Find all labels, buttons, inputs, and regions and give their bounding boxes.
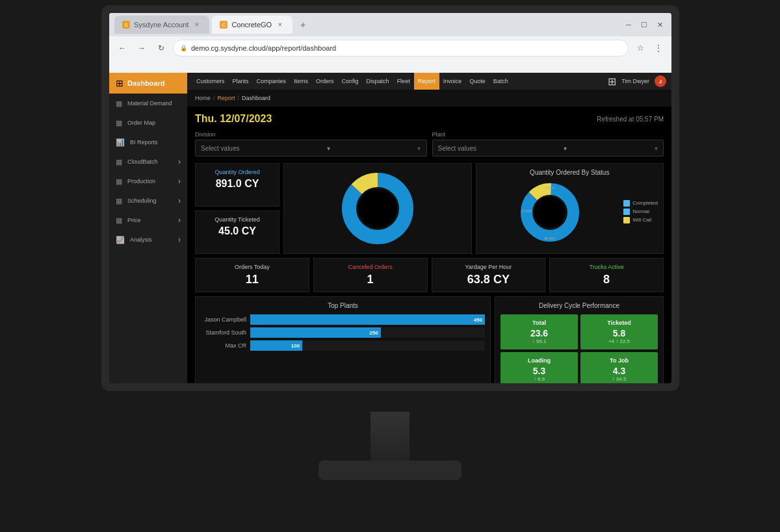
- stats-row2: Orders Today 11 Canceled Orders 1 Yardag…: [195, 258, 664, 292]
- plant-label: Plant: [432, 131, 664, 138]
- nav-item-quote[interactable]: Quote: [465, 73, 489, 90]
- production-icon: ▦: [116, 177, 122, 186]
- user-name-label: Tim Dwyer: [621, 78, 649, 84]
- refresh-button[interactable]: ↻: [153, 40, 169, 56]
- nav-item-batch[interactable]: Batch: [489, 73, 512, 90]
- stats-top-row: Quantity Ordered 891.0 CY Quantity Ticke…: [195, 163, 664, 254]
- nav-right: ⊞ Tim Dwyer J: [608, 75, 666, 88]
- tab-sysdyne[interactable]: S Sysdyne Account ✕: [114, 16, 209, 34]
- qty-ordered-value: 891.0 CY: [201, 178, 274, 190]
- sidebar-item-scheduling[interactable]: ▦ Scheduling: [109, 191, 187, 210]
- sidebar-item-material-demand-label: Material Demand: [127, 100, 172, 107]
- address-bar[interactable]: 🔒 demo.cg.sysdyne.cloud/app/report/dashb…: [173, 40, 629, 57]
- tab-sysdyne-close[interactable]: ✕: [192, 20, 202, 29]
- delivery-ticketed-sub: +4 ↑ 22.5: [586, 338, 653, 344]
- breadcrumb-report[interactable]: Report: [218, 95, 235, 101]
- qty-by-status-title: Quantity Ordered By Status: [482, 169, 658, 176]
- bar-label-jason: Jason Campbell: [201, 316, 246, 323]
- nav-item-customers[interactable]: Customers: [192, 73, 229, 90]
- legend-willcall-label: Will Call: [632, 217, 651, 223]
- bottom-row: Top Plants Jason Campbell 450: [195, 296, 664, 383]
- main-donut-svg: [339, 170, 417, 247]
- bar-fill-maxcr: 100: [250, 340, 302, 351]
- legend-completed: Completed: [623, 200, 658, 207]
- sidebar-item-bi-reports[interactable]: 📊 BI Reports: [109, 133, 187, 152]
- sidebar-item-price[interactable]: ▦ Price: [109, 210, 187, 230]
- nav-item-companies[interactable]: Companies: [253, 73, 291, 90]
- svg-text:0.15%: 0.15%: [545, 186, 555, 190]
- delivery-total-sub: ↑ 99.1: [506, 338, 573, 344]
- svg-text:13.43%: 13.43%: [521, 209, 532, 213]
- tab-concretego-label: ConcreteGO: [231, 21, 272, 29]
- status-donut-svg: 0.15% 86.42% 13.43%: [517, 180, 582, 245]
- delivery-cycle-title: Delivery Cycle Performance: [500, 302, 658, 309]
- delivery-loading-label: Loading: [506, 357, 573, 364]
- bar-value-maxcr: 100: [291, 343, 300, 349]
- sidebar-dashboard-header[interactable]: ⊞ Dashboard: [109, 73, 187, 94]
- minimize-button[interactable]: ─: [622, 18, 635, 31]
- sidebar-item-production[interactable]: ▦ Production: [109, 171, 187, 191]
- monitor-stand-neck: [370, 412, 410, 464]
- qty-cards: Quantity Ordered 891.0 CY Quantity Ticke…: [195, 163, 280, 254]
- delivery-cycle-card: Delivery Cycle Performance Total 23.6 ↑ …: [495, 296, 664, 383]
- sidebar-item-analysis[interactable]: 📈 Analysis: [109, 230, 187, 249]
- maximize-button[interactable]: ☐: [638, 18, 651, 31]
- nav-item-dispatch[interactable]: Dispatch: [363, 73, 393, 90]
- delivery-cycle-grid: Total 23.6 ↑ 99.1 Ticketed 5.8 +4 ↑ 22.5: [500, 314, 658, 383]
- bar-track-stamford: 250: [250, 327, 485, 338]
- plant-select[interactable]: Select values ▾: [432, 140, 664, 157]
- sidebar-item-material-demand[interactable]: ▦ Material Demand: [109, 94, 187, 113]
- status-legend: Completed Normal Will Call: [623, 200, 658, 225]
- sidebar-item-bi-reports-label: BI Reports: [130, 139, 158, 146]
- settings-button[interactable]: ⋮: [651, 40, 666, 56]
- delivery-tojob-sub: ↑ 34.5: [586, 376, 653, 382]
- orders-today-value: 11: [201, 273, 304, 286]
- browser-titlebar: S Sysdyne Account ✕ C ConcreteGO ✕ + ─ ☐…: [109, 13, 671, 36]
- apps-grid-icon[interactable]: ⊞: [608, 75, 616, 88]
- sidebar-item-price-label: Price: [127, 217, 141, 223]
- bar-row-maxcr: Max CR 100: [201, 340, 485, 351]
- division-label: Division: [195, 131, 427, 138]
- trucks-active-value: 8: [555, 273, 658, 286]
- bar-label-stamford: Stamford South: [201, 329, 246, 336]
- legend-completed-dot: [623, 200, 630, 207]
- bar-fill-stamford: 250: [250, 327, 381, 338]
- nav-item-orders[interactable]: Orders: [312, 73, 338, 90]
- legend-willcall-dot: [623, 217, 630, 223]
- top-plants-card: Top Plants Jason Campbell 450: [195, 296, 491, 383]
- sidebar-item-order-map-label: Order Map: [127, 120, 155, 126]
- new-tab-button[interactable]: +: [295, 17, 311, 32]
- breadcrumb-home[interactable]: Home: [195, 95, 211, 101]
- nav-item-invoice[interactable]: Invoice: [439, 73, 466, 90]
- back-button[interactable]: ←: [114, 40, 130, 56]
- tab-concretego[interactable]: C ConcreteGO ✕: [212, 16, 292, 34]
- division-select[interactable]: Select values ▾: [195, 140, 427, 157]
- nav-item-plants[interactable]: Plants: [229, 73, 253, 90]
- dashboard-date: Thu. 12/07/2023: [195, 113, 272, 125]
- scheduling-icon: ▦: [116, 197, 122, 205]
- sidebar: Customers Plants Companies Items Orders …: [109, 73, 187, 383]
- window-controls: ─ ☐ ✕: [622, 18, 666, 31]
- sidebar-item-cloudbatch[interactable]: ▦ CloudBatch: [109, 152, 187, 171]
- plant-filter-group: Plant Select values ▾: [432, 131, 664, 157]
- forward-button[interactable]: →: [134, 40, 150, 56]
- bookmark-button[interactable]: ☆: [632, 40, 648, 56]
- delivery-total-label: Total: [506, 320, 573, 326]
- lock-icon: 🔒: [180, 45, 187, 51]
- delivery-loading-cell: Loading 5.3 ↑ 6.6: [500, 352, 578, 383]
- close-button[interactable]: ✕: [653, 18, 666, 31]
- legend-normal-label: Normal: [632, 209, 649, 214]
- nav-item-items[interactable]: Items: [290, 73, 312, 90]
- top-nav-bar: Customers Plants Companies Items Orders …: [187, 73, 671, 90]
- url-text: demo.cg.sysdyne.cloud/app/report/dashboa…: [191, 44, 336, 52]
- monitor-wrapper: S Sysdyne Account ✕ C ConcreteGO ✕ + ─ ☐…: [0, 0, 780, 532]
- app-layout: Customers Plants Companies Items Orders …: [109, 73, 671, 383]
- sidebar-item-order-map[interactable]: ▦ Order Map: [109, 113, 187, 133]
- user-avatar[interactable]: J: [655, 75, 666, 87]
- nav-item-config[interactable]: Config: [338, 73, 363, 90]
- nav-item-report[interactable]: Report: [414, 73, 439, 90]
- tab-concretego-close[interactable]: ✕: [276, 20, 285, 29]
- canceled-orders-card: Canceled Orders 1: [313, 258, 428, 292]
- nav-item-fleet[interactable]: Fleet: [393, 73, 414, 90]
- trucks-active-label: Trucks Active: [555, 264, 658, 270]
